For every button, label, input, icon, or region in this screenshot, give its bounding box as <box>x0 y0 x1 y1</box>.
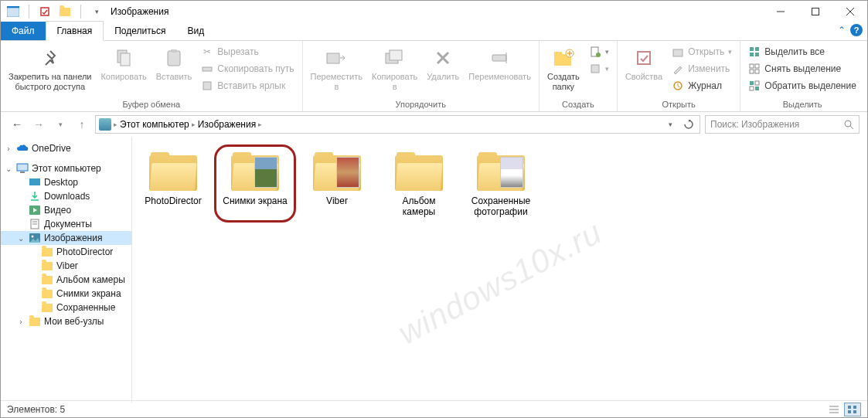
sidebar-item-documents[interactable]: Документы <box>1 217 131 231</box>
sidebar-item-this-pc[interactable]: ⌄Этот компьютер <box>1 161 131 175</box>
close-button[interactable] <box>832 1 867 22</box>
back-button[interactable]: ← <box>9 116 26 133</box>
svg-rect-38 <box>755 81 759 85</box>
svg-rect-29 <box>750 47 754 51</box>
explorer-icon[interactable] <box>5 4 21 19</box>
svg-rect-21 <box>554 52 562 56</box>
folder-icon <box>395 152 443 191</box>
sidebar-item-desktop[interactable]: Desktop <box>1 175 131 189</box>
group-organize: Переместить в Копировать в Удалить Переи… <box>303 41 540 111</box>
sidebar-item-pictures[interactable]: ⌄Изображения <box>1 231 131 245</box>
folder-icon <box>41 288 53 299</box>
edit-button[interactable]: Изменить <box>669 61 735 76</box>
folder-icon[interactable] <box>57 4 73 19</box>
breadcrumb-segment[interactable]: Этот компьютер <box>120 119 189 130</box>
maximize-button[interactable] <box>798 1 832 22</box>
new-item-button[interactable]: ▾ <box>586 44 612 59</box>
move-icon <box>324 46 349 70</box>
folder-item[interactable]: PhotoDirector <box>140 152 206 218</box>
icons-view-button[interactable] <box>844 403 861 416</box>
separator <box>29 5 29 19</box>
copy-button[interactable]: Копировать <box>97 44 149 83</box>
forward-button[interactable]: → <box>30 116 47 133</box>
svg-rect-26 <box>638 52 650 64</box>
properties-qat-icon[interactable] <box>37 4 53 19</box>
svg-rect-31 <box>750 53 754 56</box>
tab-file[interactable]: Файл <box>1 22 46 40</box>
sidebar-item-camera-roll[interactable]: Альбом камеры <box>1 273 131 287</box>
rename-button[interactable]: Переименовать <box>465 44 534 83</box>
paste-shortcut-button[interactable]: Вставить ярлык <box>198 78 297 93</box>
new-folder-button[interactable]: Создать папку <box>544 44 583 93</box>
address-bar[interactable]: ▸ Этот компьютер ▸ Изображения ▸ ▾ <box>95 115 700 134</box>
breadcrumb-segment[interactable]: Изображения <box>198 119 256 130</box>
folder-icon <box>41 260 53 271</box>
content-pane[interactable]: PhotoDirector Снимки экрана Viber Альбом… <box>132 137 867 403</box>
refresh-button[interactable] <box>681 120 696 129</box>
folder-item[interactable]: Viber <box>304 152 370 218</box>
path-icon <box>201 63 213 75</box>
collapse-ribbon-icon[interactable]: ⌃ <box>838 25 846 36</box>
pin-to-quick-access-button[interactable]: Закрепить на панели быстрого доступа <box>5 44 94 93</box>
new-item-icon <box>589 46 601 58</box>
delete-button[interactable]: Удалить <box>424 44 462 83</box>
svg-rect-2 <box>41 8 49 15</box>
copy-path-button[interactable]: Скопировать путь <box>198 61 297 76</box>
address-dropdown[interactable]: ▾ <box>662 120 678 129</box>
group-clipboard: Закрепить на панели быстрого доступа Коп… <box>1 41 303 111</box>
svg-point-52 <box>32 236 34 238</box>
help-icon[interactable]: ? <box>850 24 863 36</box>
folder-icon <box>149 152 197 191</box>
folder-item[interactable]: Альбом камеры <box>386 152 452 218</box>
select-none-button[interactable]: Снять выделение <box>745 61 859 76</box>
svg-rect-18 <box>492 55 506 61</box>
pin-icon <box>38 46 63 70</box>
sidebar-item-videos[interactable]: Видео <box>1 203 131 217</box>
thumbnail <box>336 157 359 188</box>
svg-point-41 <box>845 121 851 127</box>
chevron-right-icon[interactable]: ▸ <box>114 121 117 128</box>
svg-rect-56 <box>848 406 851 409</box>
tab-view[interactable]: Вид <box>176 22 215 40</box>
tab-home[interactable]: Главная <box>46 21 104 41</box>
up-button[interactable]: ↑ <box>73 116 90 133</box>
select-all-button[interactable]: Выделить все <box>745 44 859 59</box>
minimize-button[interactable] <box>763 1 798 22</box>
folder-icon <box>41 302 53 313</box>
folder-icon <box>477 152 525 191</box>
window-title: Изображения <box>111 6 168 17</box>
sidebar-item-photodirector[interactable]: PhotoDirector <box>1 245 131 259</box>
chevron-right-icon[interactable]: ▸ <box>192 121 196 128</box>
chevron-right-icon[interactable]: ▸ <box>258 121 262 128</box>
sidebar-item-viber[interactable]: Viber <box>1 259 131 273</box>
details-view-button[interactable] <box>825 403 842 416</box>
open-button[interactable]: Открыть ▾ <box>669 44 735 59</box>
cut-button[interactable]: ✂Вырезать <box>198 44 297 59</box>
shortcut-icon <box>201 80 213 92</box>
pictures-library-icon <box>99 118 111 131</box>
properties-button[interactable]: Свойства <box>622 44 665 83</box>
sidebar-item-web[interactable]: ›Мои веб-узлы <box>1 314 131 328</box>
copy-to-button[interactable]: Копировать в <box>369 44 420 93</box>
svg-rect-27 <box>673 49 682 56</box>
move-to-button[interactable]: Переместить в <box>308 44 366 93</box>
video-icon <box>29 205 41 216</box>
recent-dropdown[interactable]: ▾ <box>52 116 69 133</box>
folder-item[interactable]: Сохраненные фотографии <box>468 152 534 218</box>
svg-rect-32 <box>755 53 759 56</box>
qat-dropdown-icon[interactable]: ▾ <box>89 4 104 19</box>
history-button[interactable]: Журнал <box>669 78 735 93</box>
paste-button[interactable]: Вставить <box>153 44 196 83</box>
sidebar-item-screenshots[interactable]: Снимки экрана <box>1 287 131 301</box>
folder-item-highlighted[interactable]: Снимки экрана <box>222 152 288 218</box>
sidebar-item-downloads[interactable]: Downloads <box>1 189 131 203</box>
tab-share[interactable]: Поделиться <box>104 22 176 40</box>
new-folder-icon <box>551 46 576 70</box>
sidebar-item-saved[interactable]: Сохраненные <box>1 301 131 314</box>
sidebar-item-onedrive[interactable]: ›OneDrive <box>1 141 131 155</box>
edit-icon <box>672 63 684 75</box>
navigation-pane[interactable]: ›OneDrive ⌄Этот компьютер Desktop Downlo… <box>1 137 132 403</box>
invert-selection-button[interactable]: Обратить выделение <box>745 78 859 93</box>
search-input[interactable]: Поиск: Изображения <box>705 115 859 134</box>
easy-access-button[interactable]: ▾ <box>586 61 612 76</box>
